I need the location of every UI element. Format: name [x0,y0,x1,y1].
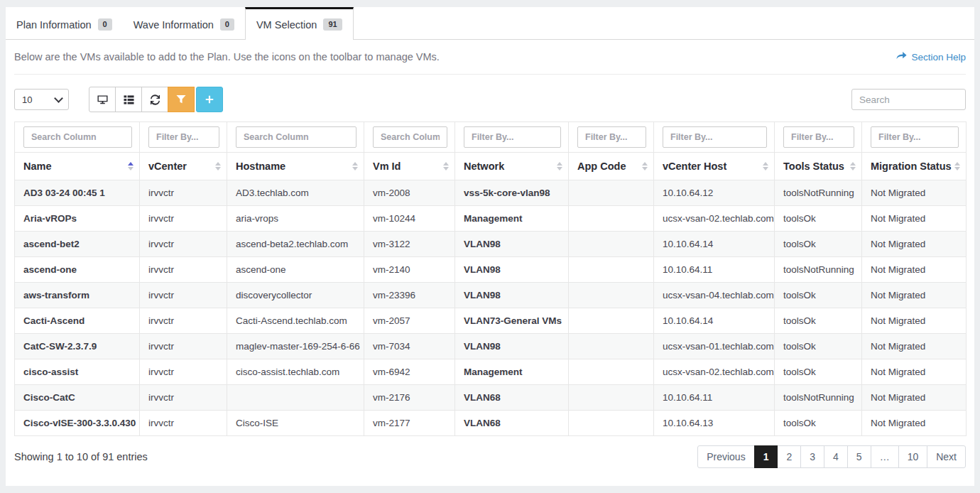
cell-migration-status: Not Migrated [862,385,967,411]
cell-hostname: aria-vrops [227,206,364,232]
table-row: aws-transformirvvctrdiscoverycollectorvm… [15,283,967,308]
search-input[interactable] [851,89,966,110]
add-vm-button[interactable] [196,87,223,112]
sort-icon [954,162,960,170]
filter-input-app-code[interactable] [577,126,646,148]
section-help-link[interactable]: Section Help [896,51,966,63]
sort-icon [763,162,768,170]
toolbar-button-group [89,87,223,112]
column-header-label: vCenter [148,161,187,172]
filter-input-vm-id[interactable] [373,126,447,148]
pagination-page-1[interactable]: 1 [754,445,778,468]
plus-icon [205,94,214,104]
cell-vcenter-host: ucsx-vsan-02.techlab.com [654,206,775,232]
cell-vm-id: vm-2008 [364,180,455,206]
table-row: AD3 03-24 00:45 1irvvctrAD3.techlab.comv… [15,180,967,206]
filter-icon [176,94,186,104]
cell-hostname: maglev-master-169-254-6-66 [227,334,364,359]
cell-network: VLAN98 [455,232,569,257]
filter-input-name[interactable] [23,126,132,148]
tab-count-badge: 91 [323,18,342,31]
column-header-vcenter[interactable]: vCenter [140,153,227,180]
cell-name: AD3 03-24 00:45 1 [15,180,140,206]
column-header-app-code[interactable]: App Code [569,153,654,180]
cell-vm-id: vm-10244 [364,206,455,232]
cell-vm-id: vm-2176 [364,385,455,411]
cell-network: VLAN98 [455,257,569,283]
vm-table: Name vCenter Hostname Vm Id Network App … [14,121,967,436]
column-header-name[interactable]: Name [15,153,140,180]
cell-vcenter-host: 10.10.64.14 [654,308,775,334]
tab-label: Wave Information [134,19,214,31]
tab-count-badge: 0 [220,18,234,31]
display-view-button[interactable] [89,87,116,112]
filter-input-migration-status[interactable] [871,126,959,148]
cell-name: ascend-bet2 [15,232,140,257]
entries-summary: Showing 1 to 10 of 91 entries [14,451,148,462]
table-row: Cisco-CatCirvvctrvm-2176VLAN6810.10.64.1… [15,385,967,411]
cell-migration-status: Not Migrated [862,232,967,257]
page-size-select[interactable]: 10 [14,89,69,110]
column-header-network[interactable]: Network [455,153,569,180]
tab-label: Plan Information [16,19,92,31]
filter-input-network[interactable] [464,126,561,148]
cell-tools-status: toolsOk [775,206,862,232]
cell-vcenter-host: ucsx-vsan-01.techlab.com [654,334,775,359]
refresh-button[interactable] [141,87,168,112]
cell-name: Cacti-Ascend [15,308,140,334]
cell-hostname: Cacti-Ascend.techlab.com [227,308,364,334]
cell-hostname: AD3.techlab.com [227,180,364,206]
cell-network: VLAN98 [455,283,569,308]
filter-button[interactable] [168,87,195,112]
column-header-hostname[interactable]: Hostname [227,153,364,180]
cell-hostname: Cisco-ISE [227,411,364,436]
filter-input-vcenter[interactable] [148,126,219,148]
cell-vcenter-host: ucsx-vsan-02.techlab.com [654,359,775,385]
tab-wave-information[interactable]: Wave Information 0 [123,7,245,39]
filter-input-hostname[interactable] [236,126,356,148]
pagination-page-2[interactable]: 2 [777,445,801,468]
cell-vcenter: irvvctr [140,411,227,436]
cell-network: vss-5k-core-vlan98 [455,180,569,206]
cell-app-code [569,283,654,308]
cell-tools-status: toolsOk [775,232,862,257]
cell-name: aws-transform [15,283,140,308]
cell-tools-status: toolsOk [775,334,862,359]
cell-vm-id: vm-2057 [364,308,455,334]
table-row: Cisco-vISE-300-3.3.0.430irvvctrCisco-ISE… [15,411,967,436]
cell-tools-status: toolsNotRunning [775,257,862,283]
cell-vm-id: vm-6942 [364,359,455,385]
filter-input-vcenter-host[interactable] [663,126,767,148]
pagination-page-3[interactable]: 3 [800,445,824,468]
cell-app-code [569,257,654,283]
column-header-tools-status[interactable]: Tools Status [775,153,862,180]
header-row: Name vCenter Hostname Vm Id Network App … [15,153,967,180]
cell-vcenter: irvvctr [140,334,227,359]
pagination-previous[interactable]: Previous [697,445,754,468]
cell-hostname: discoverycollector [227,283,364,308]
cell-vm-id: vm-3122 [364,232,455,257]
cell-migration-status: Not Migrated [862,283,967,308]
column-header-label: Migration Status [871,161,952,172]
cell-vcenter: irvvctr [140,308,227,334]
filter-input-tools-status[interactable] [783,126,854,148]
column-header-vm-id[interactable]: Vm Id [364,153,455,180]
list-view-button[interactable] [115,87,142,112]
column-header-migration-status[interactable]: Migration Status [862,153,967,180]
pagination-ellipsis[interactable]: … [871,445,899,468]
pagination-page-10[interactable]: 10 [898,445,928,468]
pagination-next[interactable]: Next [927,445,966,468]
tab-plan-information[interactable]: Plan Information 0 [6,7,123,39]
column-header-vcenter-host[interactable]: vCenter Host [654,153,775,180]
cell-app-code [569,180,654,206]
table-row: ascend-bet2irvvctrascend-beta2.techlab.c… [15,232,967,257]
cell-vcenter-host: 10.10.64.14 [654,232,775,257]
cell-vm-id: vm-7034 [364,334,455,359]
cell-tools-status: toolsNotRunning [775,180,862,206]
tab-vm-selection[interactable]: VM Selection 91 [245,7,354,40]
cell-name: cisco-assist [15,359,140,385]
cell-app-code [569,385,654,411]
cell-app-code [569,359,654,385]
pagination-page-4[interactable]: 4 [824,445,848,468]
pagination-page-5[interactable]: 5 [847,445,871,468]
